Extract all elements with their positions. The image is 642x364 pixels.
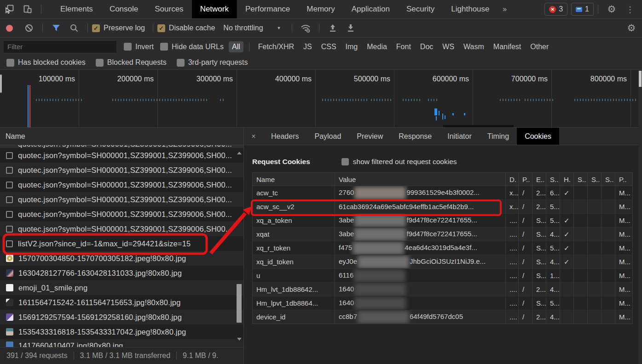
cookie-attr[interactable] xyxy=(574,255,588,269)
cookie-attr[interactable]: / xyxy=(519,186,532,200)
cookie-attr[interactable]: 2... xyxy=(532,310,546,324)
cookie-attr[interactable] xyxy=(560,310,574,324)
cookie-attr[interactable]: / xyxy=(519,269,532,283)
detail-tab-preview[interactable]: Preview xyxy=(349,128,391,145)
cookie-attr[interactable]: .... xyxy=(506,269,519,283)
filter-pill-img[interactable]: Img xyxy=(342,41,361,52)
cookie-attr[interactable] xyxy=(588,269,602,283)
invert-checkbox[interactable] xyxy=(124,43,132,51)
request-row-highlighted[interactable]: listV2.json?since_id=-1&max_id=294421&si… xyxy=(0,236,243,251)
more-tabs-chevron-icon[interactable]: » xyxy=(498,5,512,14)
cookie-row[interactable]: xq_r_tokenf4754ea6d4c3019d5a4e3f......./… xyxy=(253,241,633,255)
cookie-name[interactable]: xq_id_token xyxy=(253,255,335,269)
cookie-row[interactable]: Hm_lvt_1db88642...1640..../2...4...M... xyxy=(253,283,633,296)
cookie-col-header[interactable]: E.. xyxy=(532,173,546,186)
issues-badge[interactable]: 1 xyxy=(571,3,594,16)
tab-memory[interactable]: Memory xyxy=(298,0,343,18)
cookie-attr[interactable] xyxy=(602,200,615,214)
cookie-attr[interactable]: / xyxy=(519,241,532,255)
cookie-attr[interactable] xyxy=(560,200,574,214)
cookie-attr[interactable]: 5... xyxy=(546,241,560,255)
detail-tab-payload[interactable]: Payload xyxy=(307,128,349,145)
detail-tab-response[interactable]: Response xyxy=(391,128,440,145)
cookie-col-header[interactable]: S.. xyxy=(574,173,588,186)
scroll-down-arrow-icon[interactable] xyxy=(237,338,242,343)
cookie-attr[interactable]: M... xyxy=(615,200,633,214)
cookie-attr[interactable] xyxy=(560,296,574,310)
cookie-attr[interactable] xyxy=(574,296,588,310)
cookie-value[interactable]: eyJ0eJhbGciOiJSUzI1NiJ9.e... xyxy=(335,255,506,269)
requests-table-header[interactable]: Name xyxy=(0,128,243,145)
window-scrollbar[interactable] xyxy=(638,70,642,364)
cookie-name[interactable]: xq_r_token xyxy=(253,241,335,255)
cookie-col-header[interactable]: Name xyxy=(253,173,335,186)
cookie-row[interactable]: xqat3abef9d47f8ce722417655......./S...4.… xyxy=(253,228,633,241)
cookie-attr[interactable] xyxy=(574,283,588,296)
cookie-attr[interactable]: 6... xyxy=(546,186,560,200)
cookie-attr[interactable]: .... xyxy=(506,283,519,296)
hide-data-urls-checkbox[interactable] xyxy=(160,43,168,51)
scroll-up-arrow-icon[interactable] xyxy=(237,149,242,154)
request-row[interactable]: quotec.json?symbol=SH000001,SZ399001,SZ3… xyxy=(0,177,243,192)
cookie-row[interactable]: xq_id_tokeneyJ0eJhbGciOiJSUzI1NiJ9.e....… xyxy=(253,255,633,269)
cookie-attr[interactable] xyxy=(602,228,615,241)
cookie-attr[interactable]: / xyxy=(519,283,532,296)
cookie-attr[interactable] xyxy=(602,296,615,310)
cookie-attr[interactable] xyxy=(588,296,602,310)
network-settings-gear-icon[interactable]: ⚙ xyxy=(626,23,636,33)
cookie-attr[interactable]: x... xyxy=(506,186,519,200)
filter-pill-js[interactable]: JS xyxy=(300,41,315,52)
cookie-col-header[interactable]: H. xyxy=(560,173,574,186)
cookie-attr[interactable]: / xyxy=(519,200,532,214)
cookie-name[interactable]: Hm_lpvt_1db8864... xyxy=(253,296,335,310)
request-row[interactable]: quotec.json?symbol=SH000001,SZ399001,SZ3… xyxy=(0,163,243,177)
cookie-attr[interactable] xyxy=(574,310,588,324)
cookie-attr[interactable] xyxy=(588,200,602,214)
detail-tab-timing[interactable]: Timing xyxy=(480,128,517,145)
cookie-attr[interactable]: .... xyxy=(506,255,519,269)
requests-scrollbar[interactable] xyxy=(236,145,243,347)
filter-pill-ws[interactable]: WS xyxy=(439,41,457,52)
cookie-attr[interactable] xyxy=(560,283,574,296)
cookie-col-header[interactable]: P.. xyxy=(519,173,532,186)
tab-performance[interactable]: Performance xyxy=(237,0,298,18)
cookie-attr[interactable]: M... xyxy=(615,310,633,324)
tab-elements[interactable]: Elements xyxy=(52,0,101,18)
search-icon[interactable] xyxy=(69,23,79,33)
cookie-value[interactable]: 3abef9d47f8ce722417655... xyxy=(335,214,506,228)
cookie-attr[interactable]: 4... xyxy=(546,310,560,324)
cookie-col-header[interactable]: S.. xyxy=(602,173,615,186)
disable-cache-checkbox[interactable] xyxy=(157,24,165,32)
request-row-partial-top[interactable]: quotec.json?symbol=SH000001,SZ399001,SZ3… xyxy=(0,145,243,148)
cookie-attr[interactable]: S... xyxy=(532,296,546,310)
filter-pill-doc[interactable]: Doc xyxy=(417,41,436,52)
cookie-attr[interactable]: ✓ xyxy=(560,214,574,228)
cookie-value[interactable]: f4754ea6d4c3019d5a4e3f... xyxy=(335,241,506,255)
detail-tab-headers[interactable]: Headers xyxy=(263,128,307,145)
cookie-attr[interactable]: 5... xyxy=(546,214,560,228)
filter-pill-font[interactable]: Font xyxy=(393,41,414,52)
detail-tab-initiator[interactable]: Initiator xyxy=(440,128,479,145)
cookie-attr[interactable]: x... xyxy=(506,200,519,214)
cookie-attr[interactable] xyxy=(588,283,602,296)
cookie-attr[interactable]: M... xyxy=(615,283,633,296)
request-row[interactable]: quotec.json?symbol=SH000001,SZ399001,SZ3… xyxy=(0,148,243,163)
cookie-attr[interactable]: .... xyxy=(506,228,519,241)
cookie-attr[interactable] xyxy=(602,283,615,296)
cookie-value[interactable]: 3abef9d47f8ce722417655... xyxy=(335,228,506,241)
cookie-attr[interactable] xyxy=(602,269,615,283)
cookie-attr[interactable]: 4... xyxy=(546,255,560,269)
cookie-attr[interactable] xyxy=(588,241,602,255)
clear-network-log-icon[interactable] xyxy=(24,23,34,33)
cookie-value[interactable]: 6116 xyxy=(335,269,506,283)
request-row[interactable]: 1417660410407.jpg!80x80.jpg xyxy=(0,339,243,347)
cookie-attr[interactable]: .... xyxy=(506,214,519,228)
cookie-attr[interactable] xyxy=(574,186,588,200)
show-filtered-cookies-checkbox[interactable] xyxy=(341,158,349,165)
cookie-name[interactable]: u xyxy=(253,269,335,283)
has-blocked-cookies-checkbox[interactable] xyxy=(6,59,14,67)
cookie-col-header[interactable]: S.. xyxy=(546,173,560,186)
tab-console[interactable]: Console xyxy=(101,0,146,18)
import-har-icon[interactable] xyxy=(328,23,338,33)
cookie-attr[interactable]: M... xyxy=(615,214,633,228)
